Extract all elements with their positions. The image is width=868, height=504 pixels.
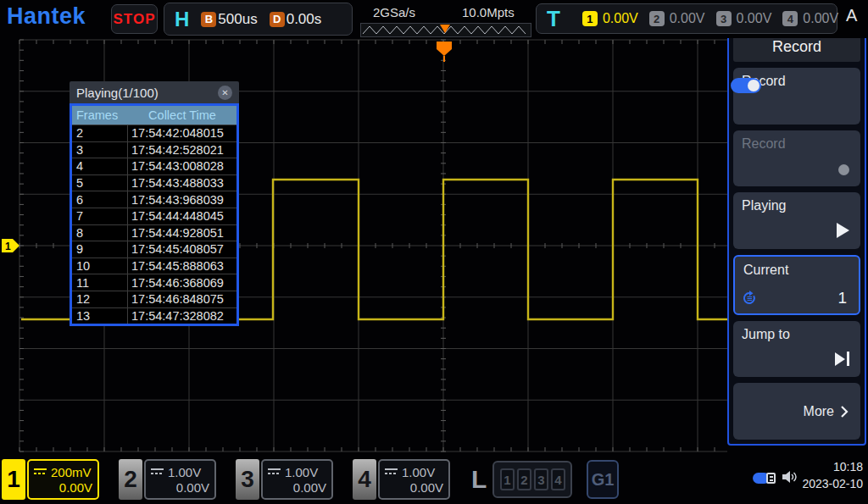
- trigger-source-ch2: 2 0.00V: [649, 11, 705, 26]
- ch3-trigger-level: 0.00V: [737, 11, 772, 26]
- timebase-badge: B: [201, 12, 216, 27]
- record-dot-icon: [838, 164, 849, 175]
- ch2-scale: 1.00V: [168, 465, 201, 479]
- frame-number-cell: 11: [72, 274, 128, 291]
- digital-ch3: 3: [534, 468, 548, 490]
- logic-analyzer-control[interactable]: L 1 2 3 4: [471, 459, 572, 500]
- table-row: 517:54:43:488033: [72, 174, 236, 191]
- sample-rate: 2GSa/s: [373, 5, 415, 19]
- clock-date: 2023-02-10: [802, 477, 863, 490]
- menu-item-more[interactable]: More: [733, 383, 860, 440]
- frame-number-cell: 10: [72, 258, 128, 274]
- collect-time-cell: 17:54:47:328082: [128, 308, 236, 324]
- dc-coupling-icon: [268, 468, 281, 476]
- clock-time: 10:18: [833, 460, 863, 474]
- collect-time-cell: 17:54:43:968039: [128, 191, 236, 208]
- table-row: 717:54:44:448045: [72, 208, 236, 224]
- channel-2-control[interactable]: 2 1.00V 0.00V: [119, 459, 216, 500]
- trigger-settings[interactable]: T 1 0.00V 2 0.00V 3 0.00V 4 0.00V: [536, 3, 837, 34]
- frames-column-header: Frames: [72, 108, 128, 122]
- ch1-scale: 200mV: [51, 465, 92, 479]
- ch3-badge: 3: [716, 11, 732, 26]
- channel-4-control[interactable]: 4 1.00V 0.00V: [353, 459, 450, 500]
- table-row: 1217:54:46:848075: [72, 291, 236, 307]
- collect-time-cell: 17:54:46:848075: [128, 291, 236, 307]
- channel-3-control[interactable]: 3 1.00V 0.00V: [236, 459, 333, 500]
- collect-time-cell: 17:54:44:928051: [128, 225, 236, 241]
- horizontal-label: H: [175, 8, 189, 31]
- table-row: 817:54:44:928051: [72, 224, 236, 241]
- dialog-title: Playing(1/100): [76, 86, 159, 100]
- close-icon[interactable]: ✕: [218, 86, 232, 100]
- channel-1-readout: 200mV 0.00V: [27, 459, 99, 500]
- toggle-on-icon[interactable]: [731, 78, 761, 93]
- ch1-ground-marker[interactable]: 1: [2, 239, 19, 252]
- collect-time-column-header: Collect Time: [128, 108, 236, 122]
- trigger-mode-indicator: A: [846, 6, 857, 25]
- menu-item-playing[interactable]: Playing: [733, 192, 860, 249]
- collect-time-cell: 17:54:43:008028: [128, 158, 236, 174]
- digital-ch4: 4: [551, 468, 565, 490]
- ch4-offset: 0.00V: [385, 480, 443, 495]
- collect-time-cell: 17:54:42:048015: [128, 125, 236, 141]
- play-icon: [837, 223, 849, 238]
- frame-number-cell: 8: [72, 225, 128, 241]
- trigger-source-ch1: 1 0.00V: [582, 11, 638, 26]
- memory-depth: 10.0Mpts: [462, 5, 515, 19]
- frame-number-cell: 13: [72, 308, 128, 324]
- ch2-badge: 2: [649, 11, 665, 26]
- menu-item-record-toggle[interactable]: Record: [733, 68, 860, 125]
- brand-logo: Hantek: [7, 3, 86, 30]
- table-row: 1317:54:47:328082: [72, 307, 236, 324]
- delay-badge: D: [270, 12, 285, 27]
- channel-2-readout: 1.00V 0.00V: [144, 459, 216, 500]
- speaker-icon[interactable]: [781, 470, 798, 484]
- table-body: 217:54:42:048015317:54:42:528021417:54:4…: [72, 125, 236, 324]
- ch1-badge: 1: [582, 11, 598, 26]
- dc-coupling-icon: [151, 468, 164, 476]
- generator-1-control[interactable]: G1: [587, 460, 619, 499]
- channel-4-readout: 1.00V 0.00V: [378, 459, 450, 500]
- run-state-button[interactable]: STOP: [111, 4, 158, 34]
- frame-number-cell: 5: [72, 175, 128, 191]
- table-row: 417:54:43:008028: [72, 158, 236, 174]
- logic-label: L: [471, 465, 487, 494]
- collect-time-cell: 17:54:44:448045: [128, 208, 236, 224]
- table-row: 617:54:43:968039: [72, 191, 236, 208]
- channel-3-readout: 1.00V 0.00V: [261, 459, 333, 500]
- frames-table: Frames Collect Time 217:54:42:048015317:…: [70, 103, 239, 326]
- trigger-label: T: [547, 6, 560, 32]
- ch3-scale: 1.00V: [285, 465, 318, 479]
- logic-channels-box: 1 2 3 4: [492, 461, 572, 498]
- ch2-offset: 0.00V: [151, 480, 209, 495]
- dc-coupling-icon: [34, 468, 47, 476]
- ch2-trigger-level: 0.00V: [670, 11, 705, 26]
- frame-number-cell: 4: [72, 158, 128, 174]
- knob-adjust-icon: [742, 291, 757, 306]
- trigger-position-marker[interactable]: [437, 42, 452, 62]
- horizontal-settings[interactable]: H B 500us D 0.00s: [164, 3, 353, 36]
- playing-dialog[interactable]: Playing(1/100) ✕ Frames Collect Time 217…: [70, 81, 239, 326]
- frame-number-cell: 12: [72, 291, 128, 307]
- memory-position-bar: [360, 23, 531, 37]
- run-state-label: STOP: [114, 11, 156, 28]
- menu-item-record-start[interactable]: Record: [733, 130, 860, 187]
- menu-item-current[interactable]: Current 1: [733, 255, 860, 315]
- ch4-trigger-level: 0.00V: [803, 11, 838, 26]
- table-row: 1017:54:45:888063: [72, 258, 236, 274]
- frame-number-cell: 7: [72, 208, 128, 224]
- dialog-title-bar: Playing(1/100) ✕: [70, 81, 239, 103]
- channel-1-control[interactable]: 1 200mV 0.00V: [2, 459, 99, 500]
- collect-time-cell: 17:54:42:528021: [128, 142, 236, 158]
- frame-number-cell: 3: [72, 142, 128, 158]
- menu-item-jump-to[interactable]: Jump to: [733, 321, 860, 378]
- table-row: 217:54:42:048015: [72, 125, 236, 141]
- delay-value: 0.00s: [287, 11, 322, 28]
- collect-time-cell: 17:54:43:488033: [128, 175, 236, 191]
- table-header-row: Frames Collect Time: [72, 106, 236, 125]
- collect-time-cell: 17:54:45:408057: [128, 241, 236, 258]
- frame-number-cell: 2: [72, 125, 128, 141]
- timebase-value: 500us: [218, 11, 257, 28]
- usb-device-icon: [753, 473, 776, 484]
- current-frame-value: 1: [837, 289, 847, 307]
